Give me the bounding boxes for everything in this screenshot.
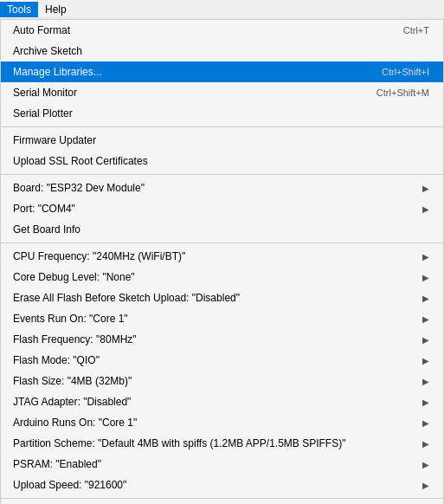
tools-dropdown: Auto FormatCtrl+TArchive SketchManage Li…: [0, 19, 444, 504]
submenu-arrow-icon: ▶: [422, 184, 429, 193]
menu-tools[interactable]: Tools: [0, 2, 38, 17]
submenu-arrow-icon: ▶: [422, 397, 429, 407]
menu-item-label: Archive Sketch: [13, 45, 429, 57]
menu-item[interactable]: Serial MonitorCtrl+Shift+M: [1, 82, 443, 103]
submenu-arrow-icon: ▶: [422, 273, 429, 282]
menu-item[interactable]: Firmware Updater: [1, 130, 443, 151]
submenu-arrow-icon: ▶: [422, 252, 429, 262]
menu-item-shortcut: Ctrl+T: [403, 25, 429, 36]
submenu-arrow-icon: ▶: [422, 356, 429, 365]
submenu-arrow-icon: ▶: [422, 294, 429, 303]
menu-item[interactable]: Partition Scheme: "Default 4MB with spif…: [1, 433, 443, 454]
menu-item-label: Upload Speed: "921600": [13, 479, 422, 491]
menu-item-label: Flash Size: "4MB (32Mb)": [13, 375, 422, 387]
menu-item-label: Events Run On: "Core 1": [13, 313, 422, 325]
menu-separator: [1, 174, 443, 175]
menu-item[interactable]: JTAG Adapter: "Disabled"▶: [1, 391, 443, 412]
menu-item-label: Auto Format: [13, 24, 369, 36]
menu-item-label: Port: "COM4": [13, 203, 422, 215]
menu-item[interactable]: Manage Libraries...Ctrl+Shift+I: [1, 61, 443, 82]
menu-item[interactable]: PSRAM: "Enabled"▶: [1, 454, 443, 475]
menu-item[interactable]: Upload SSL Root Certificates: [1, 151, 443, 171]
menu-item[interactable]: Flash Mode: "QIO"▶: [1, 350, 443, 371]
menu-item[interactable]: Events Run On: "Core 1"▶: [1, 308, 443, 329]
menu-item-label: Flash Frequency: "80MHz": [13, 333, 422, 346]
submenu-arrow-icon: ▶: [422, 377, 429, 386]
menu-item[interactable]: Archive Sketch: [1, 41, 443, 61]
menu-item-label: Serial Plotter: [13, 107, 429, 120]
menu-item-label: JTAG Adapter: "Disabled": [13, 396, 422, 408]
menu-item-label: Arduino Runs On: "Core 1": [13, 417, 422, 429]
menu-item-label: CPU Frequency: "240MHz (WiFi/BT)": [13, 250, 422, 262]
menu-separator: [1, 242, 443, 243]
menu-item-label: Upload SSL Root Certificates: [13, 155, 429, 167]
menu-help[interactable]: Help: [38, 2, 74, 17]
submenu-arrow-icon: ▶: [422, 481, 429, 490]
menu-item-label: Serial Monitor: [13, 87, 342, 99]
menu-item[interactable]: Board: "ESP32 Dev Module"▶: [1, 178, 443, 198]
menu-item[interactable]: Core Debug Level: "None"▶: [1, 267, 443, 288]
submenu-arrow-icon: ▶: [422, 314, 429, 324]
menu-item-label: Get Board Info: [13, 223, 429, 236]
menu-item[interactable]: Flash Size: "4MB (32Mb)"▶: [1, 371, 443, 391]
submenu-arrow-icon: ▶: [422, 335, 429, 345]
menu-item[interactable]: Upload Speed: "921600"▶: [1, 475, 443, 495]
menu-item[interactable]: Erase All Flash Before Sketch Upload: "D…: [1, 288, 443, 308]
submenu-arrow-icon: ▶: [422, 418, 429, 428]
submenu-arrow-icon: ▶: [422, 460, 429, 469]
submenu-arrow-icon: ▶: [422, 204, 429, 214]
menu-item[interactable]: Port: "COM4"▶: [1, 198, 443, 219]
menu-item[interactable]: CPU Frequency: "240MHz (WiFi/BT)"▶: [1, 246, 443, 267]
menu-item[interactable]: Flash Frequency: "80MHz"▶: [1, 329, 443, 350]
menu-separator: [1, 126, 443, 127]
menu-separator: [1, 498, 443, 499]
submenu-arrow-icon: ▶: [422, 439, 429, 449]
menu-item[interactable]: Serial Plotter: [1, 103, 443, 124]
menu-item-label: Manage Libraries...: [13, 66, 347, 78]
menu-item[interactable]: Get Board Info: [1, 219, 443, 240]
menu-item-label: Erase All Flash Before Sketch Upload: "D…: [13, 292, 422, 304]
menu-item-label: Partition Scheme: "Default 4MB with spif…: [13, 437, 422, 449]
menu-item-shortcut: Ctrl+Shift+M: [376, 87, 429, 98]
menu-item-label: PSRAM: "Enabled": [13, 458, 422, 470]
menu-item-label: Core Debug Level: "None": [13, 271, 422, 283]
menu-item-label: Flash Mode: "QIO": [13, 354, 422, 366]
menu-bar: Tools Help: [0, 0, 444, 20]
menu-item-shortcut: Ctrl+Shift+I: [382, 67, 429, 77]
menu-item[interactable]: Auto FormatCtrl+T: [1, 20, 443, 41]
menu-item[interactable]: Arduino Runs On: "Core 1"▶: [1, 412, 443, 433]
menu-item-label: Firmware Updater: [13, 134, 429, 146]
menu-item-label: Board: "ESP32 Dev Module": [13, 182, 422, 194]
